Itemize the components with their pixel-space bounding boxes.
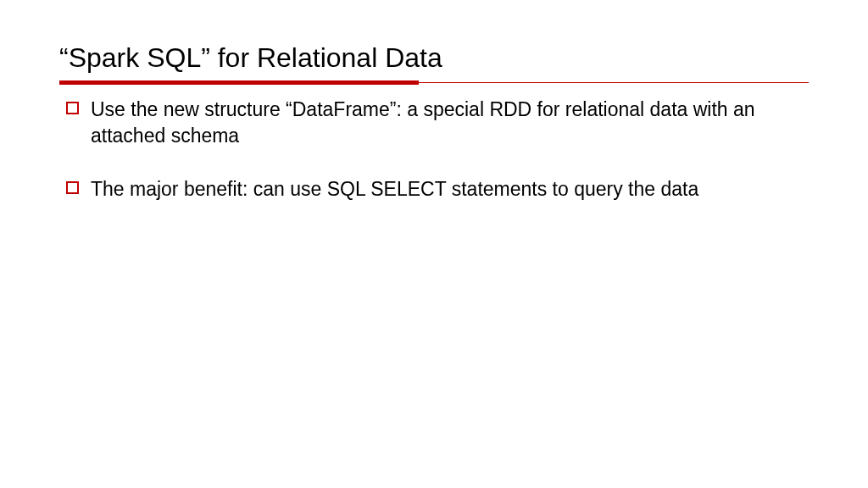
title-underline bbox=[59, 80, 809, 81]
list-item: Use the new structure “DataFrame”: a spe… bbox=[66, 97, 809, 149]
square-bullet-icon bbox=[66, 102, 79, 114]
slide-title: “Spark SQL” for Relational Data bbox=[59, 42, 809, 74]
bullet-list: Use the new structure “DataFrame”: a spe… bbox=[59, 97, 809, 202]
square-bullet-icon bbox=[66, 181, 79, 194]
bullet-text: Use the new structure “DataFrame”: a spe… bbox=[91, 97, 809, 149]
bullet-text: The major benefit: can use SQL SELECT st… bbox=[91, 176, 698, 202]
list-item: The major benefit: can use SQL SELECT st… bbox=[66, 176, 809, 202]
